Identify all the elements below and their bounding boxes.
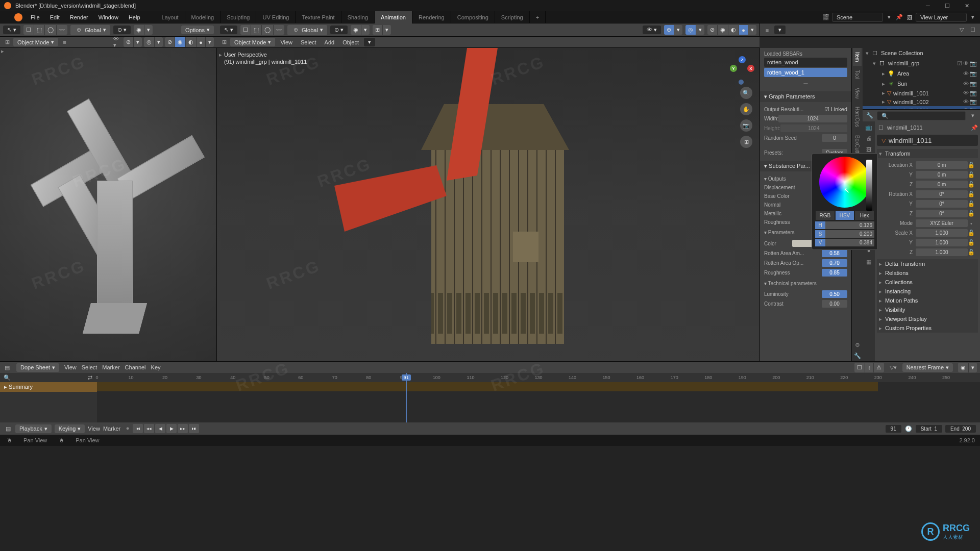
gizmo-y-icon[interactable]: Y [730, 65, 737, 72]
timeline-tick[interactable]: 170 [671, 375, 678, 380]
center-orientation-dd[interactable]: ⊕Global ▾ [287, 25, 327, 35]
timeline-tick[interactable]: 120 [501, 375, 508, 380]
tl-view-menu[interactable]: View [64, 364, 77, 370]
props-editor-icon[interactable]: 🔧 [866, 112, 874, 120]
workspace-uv[interactable]: UV Editing [256, 11, 296, 23]
vis-icon[interactable]: 👁 [963, 70, 969, 77]
center-object-menu[interactable]: Object [339, 38, 362, 46]
timeline-tick[interactable]: 20 [162, 375, 167, 380]
keying-popover[interactable]: Keying ▾ [55, 424, 85, 433]
rot-y-input[interactable]: 0° [916, 200, 968, 208]
gizmo-x-icon[interactable]: X [747, 65, 754, 72]
timeline-tick[interactable]: 200 [772, 375, 780, 380]
cp-s-input[interactable]: 0.200 [825, 230, 874, 238]
workspace-add[interactable]: + [530, 11, 546, 23]
timeline-tick[interactable]: 160 [636, 375, 644, 380]
loc-z-input[interactable]: 0 m [916, 181, 968, 188]
lock-scl-y-icon[interactable]: 🔓 [968, 239, 975, 246]
perspective-toggle-icon[interactable]: ⊞ [740, 136, 752, 148]
left-snap-dd[interactable]: ⊙ ▾ [113, 26, 131, 34]
workspace-rendering[interactable]: Rendering [412, 11, 451, 23]
end-frame-input[interactable]: End 200 [945, 425, 976, 433]
collections-header[interactable]: Collections [877, 278, 978, 287]
scl-x-input[interactable]: 1.000 [916, 229, 968, 237]
outliner-area[interactable]: Area [897, 70, 909, 77]
expand-center-icon[interactable]: ▸ [219, 51, 222, 58]
timeline-tick[interactable]: 250 [942, 375, 950, 380]
pb-marker-menu[interactable]: Marker [103, 425, 120, 432]
timeline-tick[interactable]: 100 [433, 375, 440, 380]
center-collapse-dd[interactable]: ▾ [364, 38, 375, 46]
width-input[interactable]: 1024 [778, 115, 847, 122]
vtab-hardops[interactable]: HardOps [853, 103, 862, 131]
cp-tab-rgb[interactable]: RGB [815, 211, 835, 220]
viewlayer-input[interactable] [916, 13, 967, 22]
left-overlay-btns[interactable]: ◎▾ [144, 37, 163, 47]
play-button[interactable]: ▶ [166, 424, 177, 433]
lock-loc-z-icon[interactable]: 🔓 [968, 181, 975, 188]
center-visibility-dd[interactable]: 👁 ▾ [643, 26, 661, 34]
workspace-animation[interactable]: Animation [375, 11, 412, 23]
loc-y-input[interactable]: 0 m [916, 171, 968, 179]
scl-z-input[interactable]: 1.000 [916, 248, 968, 256]
timeline-tick[interactable]: 150 [603, 375, 610, 380]
render-icon[interactable]: 📷 [970, 81, 977, 87]
delta-transform-header[interactable]: Delta Transform [877, 259, 978, 268]
preview-range-icon[interactable]: 🕐 [904, 424, 913, 433]
left-shading-btns[interactable]: ⊘◉◐●▾ [165, 37, 214, 47]
timeline-tick[interactable]: 30 [197, 375, 202, 380]
timeline-tick[interactable]: 180 [704, 375, 712, 380]
center-shading-btns[interactable]: ⊘◉◐●▾ [707, 25, 756, 35]
lock-scl-z-icon[interactable]: 🔓 [968, 249, 975, 256]
tech-contrast-input[interactable]: 0.00 [822, 300, 847, 308]
tab-texture[interactable]: ▦ [863, 256, 875, 267]
tl-proportional[interactable]: ◉▾ [958, 363, 977, 372]
vtab-tool[interactable]: Tool [853, 66, 862, 83]
timeline-tick[interactable]: 130 [534, 375, 542, 380]
cp-tab-hsv[interactable]: HSV [835, 211, 855, 220]
zoom-icon[interactable]: 🔍 [740, 87, 752, 99]
left-select-mode[interactable]: ☐⬚◯〰 [23, 25, 67, 35]
gizmo-z-icon[interactable]: Z [739, 56, 746, 63]
center-view-menu[interactable]: View [277, 38, 296, 46]
scene-name-input[interactable] [832, 13, 883, 22]
outliner-editor-icon[interactable]: ≡ [763, 26, 771, 34]
maximize-button[interactable]: ☐ [938, 0, 957, 11]
snap-mode-dd[interactable]: Nearest Frame ▾ [902, 363, 953, 372]
rot-mode-dd[interactable]: XYZ Euler [916, 219, 968, 227]
param-roughness-input[interactable]: 0.85 [822, 269, 847, 277]
center-snap-dd[interactable]: ⊙ ▾ [330, 26, 348, 34]
outliner-windmill-1001[interactable]: windmill_1001 [893, 90, 929, 96]
timeline-tick[interactable]: 10 [129, 375, 134, 380]
timeline-tick[interactable]: 50 [264, 375, 270, 380]
props-options-icon[interactable]: ▾ [969, 112, 977, 120]
rot-x-input[interactable]: 0° [916, 190, 968, 198]
render-icon[interactable]: 📷 [970, 70, 977, 77]
lock-loc-x-icon[interactable]: 🔓 [968, 162, 975, 168]
cp-tab-hex[interactable]: Hex [854, 211, 874, 220]
center-pivot[interactable]: ◉▾ [351, 25, 370, 35]
tl-togglesliders-icon[interactable]: ⇄ [86, 373, 94, 382]
tech-luminosity-input[interactable]: 0.50 [822, 290, 847, 298]
center-select-mode[interactable]: ☐⬚◯〰 [240, 25, 284, 35]
vis-icon[interactable]: 👁 [963, 60, 969, 67]
loc-x-input[interactable]: 0 m [916, 161, 968, 169]
timeline-tick[interactable]: 190 [739, 375, 746, 380]
timeline-tick[interactable]: 210 [806, 375, 814, 380]
next-key-button[interactable]: ▸▸ [178, 424, 188, 433]
timeline-tick[interactable]: 0 [95, 375, 98, 380]
playback-popover[interactable]: Playback ▾ [15, 424, 52, 433]
dopesheet-editor-icon[interactable]: ▤ [3, 363, 11, 371]
start-frame-input[interactable]: Start 1 [916, 425, 942, 433]
minimize-button[interactable]: ─ [919, 0, 937, 11]
left-orientation-dd[interactable]: ⊕Global ▾ [70, 25, 110, 35]
left-cursor-dd[interactable]: ↖ ▾ [3, 26, 20, 34]
window-menu[interactable]: Window [93, 12, 124, 22]
instancing-header[interactable]: Instancing [877, 287, 978, 296]
left-gizmo-btns[interactable]: ⊘▾ [124, 37, 142, 47]
linked-checkbox[interactable]: ☑ Linked [824, 106, 847, 113]
workspace-scripting[interactable]: Scripting [495, 11, 530, 23]
exclude-icon[interactable]: ☑ [957, 60, 962, 67]
center-select-menu[interactable]: Select [298, 38, 320, 46]
scene-icon[interactable]: 🎬 [822, 13, 830, 21]
